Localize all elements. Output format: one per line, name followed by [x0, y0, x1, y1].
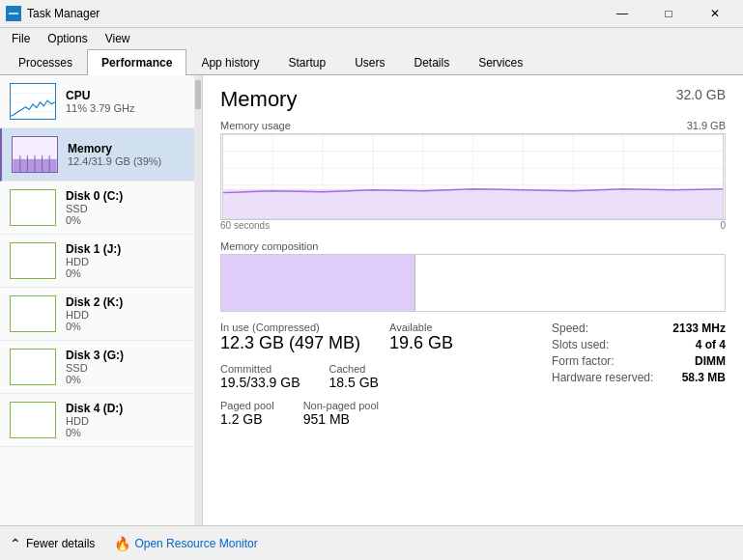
memory-icon [12, 136, 58, 173]
disk0-sub2: 0% [66, 214, 123, 226]
disk1-sub1: HDD [66, 256, 121, 267]
menu-options[interactable]: Options [40, 30, 95, 47]
cached-value: 18.5 GB [329, 375, 379, 390]
total-ram: 32.0 GB [676, 87, 726, 102]
speed-label: Speed: [552, 322, 588, 335]
hw-reserved-label: Hardware reserved: [552, 371, 653, 384]
page-title: Memory [220, 87, 297, 112]
window-title: Task Manager [27, 7, 100, 20]
menu-bar: File Options View [0, 28, 743, 49]
cpu-sparkline [10, 83, 56, 120]
speed-row: Speed: 2133 MHz [552, 322, 726, 335]
maximize-button[interactable]: □ [646, 4, 691, 23]
tab-performance[interactable]: Performance [87, 49, 186, 75]
main-content: CPU 11% 3.79 GHz Memory 12 [0, 75, 743, 550]
slots-label: Slots used: [552, 338, 609, 351]
svg-rect-13 [11, 190, 54, 225]
usage-chart-box [220, 133, 726, 220]
tab-details[interactable]: Details [399, 49, 464, 75]
tab-startup[interactable]: Startup [273, 49, 340, 75]
cpu-info: CPU 11% 3.79 GHz [66, 89, 135, 114]
fewer-details-button[interactable]: ⌃ Fewer details [10, 536, 95, 551]
committed-stat: Committed 19.5/33.9 GB [220, 363, 300, 390]
disk4-sub1: HDD [66, 415, 123, 427]
slots-value: 4 of 4 [696, 338, 726, 351]
available-value: 19.6 GB [389, 333, 453, 353]
disk4-name: Disk 4 (D:) [66, 402, 123, 415]
available-label: Available [389, 322, 453, 333]
disk0-icon [10, 189, 56, 226]
stats-section: In use (Compressed) 12.3 GB (497 MB) Ava… [220, 322, 726, 427]
minimize-button[interactable]: — [600, 4, 644, 23]
close-button[interactable]: ✕ [693, 4, 737, 23]
disk4-info: Disk 4 (D:) HDD 0% [66, 402, 123, 438]
form-row: Form factor: DIMM [552, 354, 726, 368]
non-paged-label: Non-paged pool [303, 400, 379, 411]
sidebar-scrollbar[interactable] [194, 75, 202, 550]
in-use-value: 12.3 GB (497 MB) [220, 333, 360, 353]
open-resource-monitor-link[interactable]: 🔥 Open Resource Monitor [114, 536, 257, 551]
disk1-name: Disk 1 (J:) [66, 242, 121, 256]
tab-bar: Processes Performance App history Startu… [0, 49, 743, 75]
sidebar-item-disk1[interactable]: Disk 1 (J:) HDD 0% [0, 235, 202, 288]
svg-rect-15 [11, 296, 54, 331]
in-use-stat: In use (Compressed) 12.3 GB (497 MB) [220, 322, 360, 353]
cached-label: Cached [329, 363, 379, 375]
form-label: Form factor: [552, 354, 614, 368]
usage-chart-section: Memory usage 31.9 GB [220, 120, 726, 231]
memory-sub: 12.4/31.9 GB (39%) [68, 155, 161, 167]
hw-reserved-row: Hardware reserved: 58.3 MB [552, 371, 726, 384]
paged-stat: Paged pool 1.2 GB [220, 400, 274, 427]
disk0-name: Disk 0 (C:) [66, 189, 123, 203]
paged-value: 1.2 GB [220, 411, 274, 427]
sidebar-item-disk2[interactable]: Disk 2 (K:) HDD 0% [0, 288, 202, 341]
disk1-sub2: 0% [66, 267, 121, 279]
memory-info: Memory 12.4/31.9 GB (39%) [68, 142, 161, 167]
cpu-name: CPU [66, 89, 135, 102]
chevron-down-icon: ⌃ [10, 536, 21, 551]
sidebar-item-disk0[interactable]: Disk 0 (C:) SSD 0% [0, 182, 202, 235]
disk3-sub1: SSD [66, 362, 124, 374]
svg-rect-1 [9, 13, 18, 14]
disk2-icon [10, 295, 56, 332]
composition-in-use [221, 255, 415, 311]
paged-label: Paged pool [220, 400, 274, 411]
menu-file[interactable]: File [4, 30, 38, 47]
disk1-icon [10, 242, 56, 279]
sidebar-item-memory[interactable]: Memory 12.4/31.9 GB (39%) [0, 128, 202, 182]
disk1-info: Disk 1 (J:) HDD 0% [66, 242, 121, 279]
menu-view[interactable]: View [98, 30, 138, 47]
sidebar-item-cpu[interactable]: CPU 11% 3.79 GHz [0, 75, 202, 128]
disk2-info: Disk 2 (K:) HDD 0% [66, 295, 123, 332]
in-use-label: In use (Compressed) [220, 322, 360, 333]
disk2-sub1: HDD [66, 309, 123, 321]
cpu-sub: 11% 3.79 GHz [66, 102, 135, 114]
memory-name: Memory [68, 142, 161, 155]
tab-users[interactable]: Users [340, 49, 399, 75]
svg-rect-14 [11, 243, 54, 278]
cached-stat: Cached 18.5 GB [329, 363, 379, 390]
disk3-info: Disk 3 (G:) SSD 0% [66, 349, 124, 385]
disk4-sub2: 0% [66, 427, 123, 438]
title-bar: Task Manager — □ ✕ [0, 0, 743, 28]
tab-processes[interactable]: Processes [4, 49, 87, 75]
disk0-sub1: SSD [66, 203, 123, 214]
sidebar-item-disk4[interactable]: Disk 4 (D:) HDD 0% [0, 394, 202, 447]
svg-rect-32 [222, 189, 723, 219]
resource-monitor-icon: 🔥 [114, 536, 130, 551]
footer: ⌃ Fewer details 🔥 Open Resource Monitor [0, 525, 743, 560]
composition-chart-box [220, 254, 726, 312]
middle-stats-row: Committed 19.5/33.9 GB Cached 18.5 GB [220, 363, 552, 390]
disk3-sub2: 0% [66, 374, 124, 385]
committed-value: 19.5/33.9 GB [220, 375, 300, 390]
tab-services[interactable]: Services [464, 49, 537, 75]
sidebar-item-disk3[interactable]: Disk 3 (G:) SSD 0% [0, 341, 202, 394]
disk0-info: Disk 0 (C:) SSD 0% [66, 189, 123, 226]
tab-app-history[interactable]: App history [186, 49, 273, 75]
window-controls: — □ ✕ [600, 4, 737, 23]
top-stats-row: In use (Compressed) 12.3 GB (497 MB) Ava… [220, 322, 552, 353]
svg-rect-16 [11, 350, 54, 384]
disk4-icon [10, 402, 56, 438]
app-icon [6, 6, 21, 21]
disk3-name: Disk 3 (G:) [66, 349, 124, 362]
